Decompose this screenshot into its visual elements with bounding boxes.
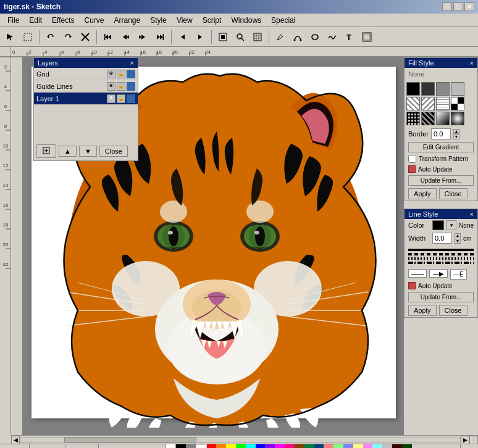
layer-close-button[interactable]: Close — [99, 146, 128, 157]
swatch-hatch1[interactable] — [406, 97, 420, 110]
border-value-input[interactable] — [431, 128, 451, 139]
arrow-right[interactable]: —▶ — [429, 269, 448, 278]
menu-curve[interactable]: Curve — [80, 15, 109, 26]
palette-none[interactable]: ∅ — [166, 444, 176, 448]
tool-grid[interactable] — [249, 29, 266, 45]
palette-blue[interactable] — [256, 444, 266, 448]
menu-script[interactable]: Script — [198, 15, 227, 26]
tool-select[interactable] — [2, 29, 19, 45]
edit-gradient-button[interactable]: Edit Gradient — [408, 142, 474, 152]
palette-forestgreen[interactable] — [402, 444, 412, 448]
palette-orange[interactable] — [216, 444, 226, 448]
close-button[interactable]: ✕ — [464, 2, 474, 11]
menu-file[interactable]: File — [2, 15, 24, 26]
menu-edit[interactable]: Edit — [24, 15, 47, 26]
transform-pattern-checkbox[interactable] — [408, 155, 416, 163]
tool-first[interactable] — [100, 29, 116, 45]
fill-style-close-icon[interactable]: × — [470, 59, 474, 67]
arrow-e[interactable]: —E — [450, 269, 467, 280]
palette-lightpink[interactable] — [363, 444, 373, 448]
tool-next[interactable] — [135, 29, 151, 45]
line-solid-option[interactable] — [408, 249, 474, 251]
palette-brown[interactable] — [295, 444, 304, 448]
canvas-area[interactable]: Layers × Grid 👁 🔒 Guide Lines 👁 🔒 — [22, 57, 404, 435]
tool-rect-select[interactable] — [20, 29, 36, 45]
tool-zoom-fit[interactable] — [215, 29, 231, 45]
palette-violet[interactable] — [265, 444, 275, 448]
tool-zoom[interactable] — [232, 29, 248, 45]
line-close-button[interactable]: Close — [439, 305, 468, 316]
scrollbar-thumb[interactable] — [64, 438, 196, 442]
border-down-button[interactable]: ▼ — [453, 135, 459, 139]
layer-color-swatch[interactable] — [127, 94, 135, 103]
menu-windows[interactable]: Windows — [226, 15, 266, 26]
layer-eye-icon[interactable]: 👁 — [107, 94, 115, 103]
layer-eye-icon[interactable]: 👁 — [107, 70, 115, 78]
layer-row-1[interactable]: Layer 1 👁 🔒 — [34, 93, 138, 105]
line-width-input[interactable] — [432, 233, 452, 244]
palette-lightred[interactable] — [324, 444, 333, 448]
layer-down-button[interactable]: ▼ — [79, 146, 97, 157]
swatch-light[interactable] — [451, 82, 464, 96]
swatch-black[interactable] — [406, 82, 420, 96]
palette-lightcyan[interactable] — [372, 444, 382, 448]
arrow-none[interactable]: —— — [408, 269, 427, 278]
palette-darkred[interactable] — [392, 444, 402, 448]
minimize-button[interactable]: ─ — [442, 2, 452, 11]
layer-lock-icon[interactable]: 🔒 — [117, 82, 125, 91]
palette-cyan[interactable] — [246, 444, 256, 448]
fill-update-from-button[interactable]: Update From... — [408, 175, 474, 186]
swatch-checker[interactable] — [451, 97, 464, 110]
layer-lock-icon[interactable]: 🔒 — [117, 70, 125, 78]
fill-close-button[interactable]: Close — [439, 188, 468, 199]
tool-wave[interactable] — [324, 29, 340, 45]
palette-lightblue[interactable] — [343, 444, 353, 448]
tool-prev[interactable] — [117, 29, 133, 45]
border-up-button[interactable]: ▲ — [453, 129, 459, 134]
scrollbar-track[interactable] — [20, 437, 461, 443]
line-dashdot-option[interactable] — [408, 262, 474, 264]
palette-navy[interactable] — [314, 444, 324, 448]
swatch-dark[interactable] — [421, 82, 435, 96]
tool-text[interactable]: T — [342, 29, 358, 45]
menu-view[interactable]: View — [172, 15, 198, 26]
swatch-grad1[interactable] — [436, 112, 450, 125]
line-dashed-option[interactable] — [408, 253, 474, 255]
line-apply-button[interactable]: Apply — [408, 305, 437, 316]
layer-row-grid[interactable]: Grid 👁 🔒 — [34, 68, 138, 80]
palette-green[interactable] — [236, 444, 246, 448]
palette-white[interactable] — [196, 444, 207, 448]
tool-delete[interactable] — [77, 29, 93, 45]
fill-apply-button[interactable]: Apply — [408, 188, 437, 199]
tool-undo[interactable] — [43, 29, 59, 45]
tool-right[interactable] — [192, 29, 208, 45]
menu-arrange[interactable]: Arrange — [109, 15, 146, 26]
menu-style[interactable]: Style — [145, 15, 172, 26]
palette-gray[interactable] — [186, 444, 196, 448]
menu-special[interactable]: Special — [266, 15, 300, 26]
palette-magenta[interactable] — [275, 444, 285, 448]
line-dotted-option[interactable] — [408, 257, 474, 260]
swatch-diag[interactable] — [421, 112, 435, 125]
swatch-hatch3[interactable] — [436, 97, 450, 110]
swatch-grad2[interactable] — [451, 112, 464, 125]
line-color-swatch[interactable] — [432, 220, 445, 230]
palette-yellow[interactable] — [226, 444, 236, 448]
width-down-button[interactable]: ▼ — [455, 239, 461, 244]
palette-silver[interactable] — [382, 444, 392, 448]
layer-up-button[interactable]: ▲ — [59, 146, 77, 157]
swatch-grid[interactable] — [406, 112, 420, 125]
maximize-button[interactable]: □ — [453, 2, 463, 11]
palette-red[interactable] — [207, 444, 217, 448]
tool-left[interactable] — [175, 29, 191, 45]
layer-color-swatch[interactable] — [127, 82, 135, 91]
tool-redo[interactable] — [60, 29, 76, 45]
scroll-right-button[interactable]: ▶ — [461, 436, 469, 444]
layer-lock-icon[interactable]: 🔒 — [117, 94, 125, 103]
layers-close-button[interactable]: × — [130, 59, 134, 67]
tool-options[interactable] — [359, 29, 375, 45]
menu-effects[interactable]: Effects — [47, 15, 79, 26]
line-update-from-button[interactable]: Update From... — [408, 292, 474, 302]
tool-spiro[interactable] — [307, 29, 323, 45]
tool-pen[interactable] — [272, 29, 288, 45]
